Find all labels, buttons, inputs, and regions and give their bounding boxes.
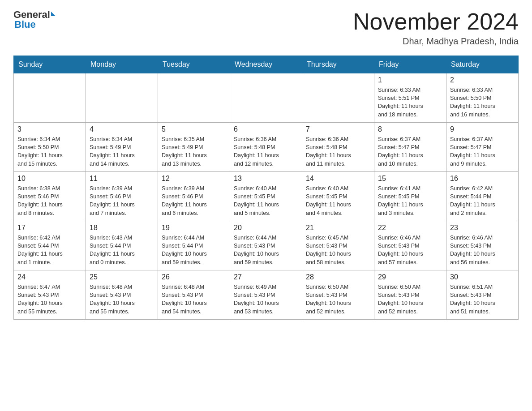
day-info: Sunrise: 6:48 AM Sunset: 5:43 PM Dayligh… xyxy=(90,283,154,316)
day-info: Sunrise: 6:43 AM Sunset: 5:44 PM Dayligh… xyxy=(90,234,154,266)
day-number: 14 xyxy=(306,175,370,183)
weekday-header-monday: Monday xyxy=(86,56,158,73)
page-header: General Blue November 2024 Dhar, Madhya … xyxy=(13,9,519,47)
calendar-cell: 20Sunrise: 6:44 AM Sunset: 5:43 PM Dayli… xyxy=(230,221,302,270)
day-number: 6 xyxy=(234,125,298,133)
weekday-header-saturday: Saturday xyxy=(446,56,519,73)
calendar-cell xyxy=(14,73,86,123)
day-number: 9 xyxy=(450,125,515,133)
calendar-cell: 2Sunrise: 6:33 AM Sunset: 5:50 PM Daylig… xyxy=(446,73,519,123)
day-info: Sunrise: 6:47 AM Sunset: 5:43 PM Dayligh… xyxy=(17,283,82,316)
day-info: Sunrise: 6:46 AM Sunset: 5:43 PM Dayligh… xyxy=(378,234,442,266)
calendar-cell xyxy=(302,73,374,123)
day-info: Sunrise: 6:37 AM Sunset: 5:47 PM Dayligh… xyxy=(378,135,442,168)
day-number: 19 xyxy=(162,224,226,232)
calendar-cell: 5Sunrise: 6:35 AM Sunset: 5:49 PM Daylig… xyxy=(158,123,230,172)
day-number: 12 xyxy=(162,175,226,183)
calendar-cell: 7Sunrise: 6:36 AM Sunset: 5:48 PM Daylig… xyxy=(302,123,374,172)
calendar-cell: 15Sunrise: 6:41 AM Sunset: 5:45 PM Dayli… xyxy=(374,172,446,221)
calendar-cell: 4Sunrise: 6:34 AM Sunset: 5:49 PM Daylig… xyxy=(86,123,158,172)
day-number: 8 xyxy=(378,125,442,133)
day-info: Sunrise: 6:42 AM Sunset: 5:44 PM Dayligh… xyxy=(450,184,515,217)
calendar-cell: 22Sunrise: 6:46 AM Sunset: 5:43 PM Dayli… xyxy=(374,221,446,270)
day-number: 15 xyxy=(378,175,442,183)
weekday-header-sunday: Sunday xyxy=(14,56,86,73)
logo-blue-text: Blue xyxy=(13,19,36,30)
calendar-cell: 23Sunrise: 6:46 AM Sunset: 5:43 PM Dayli… xyxy=(446,221,519,270)
day-info: Sunrise: 6:45 AM Sunset: 5:43 PM Dayligh… xyxy=(306,234,370,266)
day-info: Sunrise: 6:46 AM Sunset: 5:43 PM Dayligh… xyxy=(450,234,515,266)
day-info: Sunrise: 6:36 AM Sunset: 5:48 PM Dayligh… xyxy=(306,135,370,168)
day-number: 17 xyxy=(17,224,82,232)
calendar-week-row: 10Sunrise: 6:38 AM Sunset: 5:46 PM Dayli… xyxy=(14,172,519,221)
calendar-cell: 25Sunrise: 6:48 AM Sunset: 5:43 PM Dayli… xyxy=(86,270,158,320)
calendar-cell: 8Sunrise: 6:37 AM Sunset: 5:47 PM Daylig… xyxy=(374,123,446,172)
calendar-cell: 17Sunrise: 6:42 AM Sunset: 5:44 PM Dayli… xyxy=(14,221,86,270)
day-info: Sunrise: 6:35 AM Sunset: 5:49 PM Dayligh… xyxy=(162,135,226,168)
day-number: 18 xyxy=(90,224,154,232)
day-number: 13 xyxy=(234,175,298,183)
day-number: 29 xyxy=(378,273,442,281)
day-number: 5 xyxy=(162,125,226,133)
day-number: 4 xyxy=(90,125,154,133)
calendar-cell: 9Sunrise: 6:37 AM Sunset: 5:47 PM Daylig… xyxy=(446,123,519,172)
location-title: Dhar, Madhya Pradesh, India xyxy=(353,36,519,47)
calendar-table: SundayMondayTuesdayWednesdayThursdayFrid… xyxy=(13,56,519,320)
day-number: 22 xyxy=(378,224,442,232)
month-title: November 2024 xyxy=(353,9,519,34)
calendar-cell: 30Sunrise: 6:51 AM Sunset: 5:43 PM Dayli… xyxy=(446,270,519,320)
day-number: 28 xyxy=(306,273,370,281)
weekday-header-thursday: Thursday xyxy=(302,56,374,73)
calendar-cell: 16Sunrise: 6:42 AM Sunset: 5:44 PM Dayli… xyxy=(446,172,519,221)
day-info: Sunrise: 6:44 AM Sunset: 5:43 PM Dayligh… xyxy=(234,234,298,266)
day-info: Sunrise: 6:33 AM Sunset: 5:51 PM Dayligh… xyxy=(378,86,442,119)
calendar-week-row: 3Sunrise: 6:34 AM Sunset: 5:50 PM Daylig… xyxy=(14,123,519,172)
day-info: Sunrise: 6:33 AM Sunset: 5:50 PM Dayligh… xyxy=(450,86,515,119)
calendar-cell: 18Sunrise: 6:43 AM Sunset: 5:44 PM Dayli… xyxy=(86,221,158,270)
day-info: Sunrise: 6:34 AM Sunset: 5:49 PM Dayligh… xyxy=(90,135,154,168)
calendar-cell xyxy=(230,73,302,123)
day-number: 23 xyxy=(450,224,515,232)
day-info: Sunrise: 6:39 AM Sunset: 5:46 PM Dayligh… xyxy=(90,184,154,217)
day-number: 16 xyxy=(450,175,515,183)
logo: General Blue xyxy=(13,9,56,30)
day-number: 2 xyxy=(450,76,515,84)
day-number: 21 xyxy=(306,224,370,232)
day-info: Sunrise: 6:40 AM Sunset: 5:45 PM Dayligh… xyxy=(234,184,298,217)
day-number: 27 xyxy=(234,273,298,281)
calendar-cell: 3Sunrise: 6:34 AM Sunset: 5:50 PM Daylig… xyxy=(14,123,86,172)
day-info: Sunrise: 6:48 AM Sunset: 5:43 PM Dayligh… xyxy=(162,283,226,316)
day-number: 25 xyxy=(90,273,154,281)
day-number: 3 xyxy=(17,125,82,133)
calendar-week-row: 1Sunrise: 6:33 AM Sunset: 5:51 PM Daylig… xyxy=(14,73,519,123)
calendar-cell: 1Sunrise: 6:33 AM Sunset: 5:51 PM Daylig… xyxy=(374,73,446,123)
calendar-cell: 13Sunrise: 6:40 AM Sunset: 5:45 PM Dayli… xyxy=(230,172,302,221)
calendar-cell: 26Sunrise: 6:48 AM Sunset: 5:43 PM Dayli… xyxy=(158,270,230,320)
weekday-header-friday: Friday xyxy=(374,56,446,73)
calendar-cell: 11Sunrise: 6:39 AM Sunset: 5:46 PM Dayli… xyxy=(86,172,158,221)
weekday-header-row: SundayMondayTuesdayWednesdayThursdayFrid… xyxy=(14,56,519,73)
calendar-cell: 21Sunrise: 6:45 AM Sunset: 5:43 PM Dayli… xyxy=(302,221,374,270)
day-number: 1 xyxy=(378,76,442,84)
day-info: Sunrise: 6:50 AM Sunset: 5:43 PM Dayligh… xyxy=(306,283,370,316)
day-number: 10 xyxy=(17,175,82,183)
day-number: 24 xyxy=(17,273,82,281)
calendar-cell: 10Sunrise: 6:38 AM Sunset: 5:46 PM Dayli… xyxy=(14,172,86,221)
day-info: Sunrise: 6:34 AM Sunset: 5:50 PM Dayligh… xyxy=(17,135,82,168)
weekday-header-tuesday: Tuesday xyxy=(158,56,230,73)
day-number: 26 xyxy=(162,273,226,281)
day-info: Sunrise: 6:41 AM Sunset: 5:45 PM Dayligh… xyxy=(378,184,442,217)
calendar-cell: 27Sunrise: 6:49 AM Sunset: 5:43 PM Dayli… xyxy=(230,270,302,320)
calendar-cell: 14Sunrise: 6:40 AM Sunset: 5:45 PM Dayli… xyxy=(302,172,374,221)
day-info: Sunrise: 6:44 AM Sunset: 5:44 PM Dayligh… xyxy=(162,234,226,266)
day-info: Sunrise: 6:50 AM Sunset: 5:43 PM Dayligh… xyxy=(378,283,442,316)
day-info: Sunrise: 6:51 AM Sunset: 5:43 PM Dayligh… xyxy=(450,283,515,316)
day-number: 30 xyxy=(450,273,515,281)
day-info: Sunrise: 6:38 AM Sunset: 5:46 PM Dayligh… xyxy=(17,184,82,217)
calendar-week-row: 17Sunrise: 6:42 AM Sunset: 5:44 PM Dayli… xyxy=(14,221,519,270)
title-block: November 2024 Dhar, Madhya Pradesh, Indi… xyxy=(353,9,519,47)
day-number: 7 xyxy=(306,125,370,133)
day-info: Sunrise: 6:40 AM Sunset: 5:45 PM Dayligh… xyxy=(306,184,370,217)
calendar-cell xyxy=(158,73,230,123)
day-info: Sunrise: 6:42 AM Sunset: 5:44 PM Dayligh… xyxy=(17,234,82,266)
